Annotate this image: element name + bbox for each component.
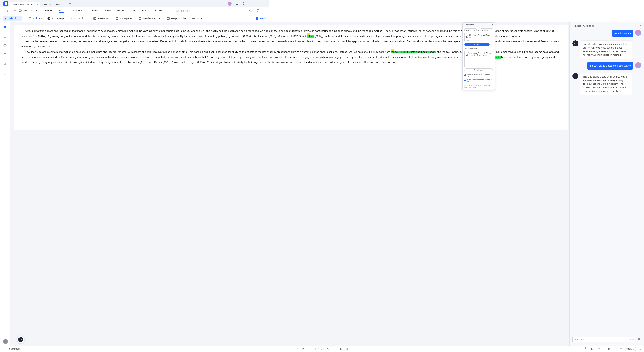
tab[interactable]: Text × [40,2,53,7]
comment-icon[interactable] [3,43,7,48]
menu-edit[interactable]: Edit [59,9,64,13]
svg-text:1: 1 [168,18,169,19]
more-label: More [196,17,202,20]
svg-rect-9 [116,18,118,20]
body-text: Few, if any, datasets contain informatio… [25,51,269,53]
titlebar: User Guild Book.pdf × Text × Text × + ⋮ … [0,0,268,7]
sync-icon[interactable] [256,9,259,13]
bookmark-icon[interactable] [3,34,7,39]
tab-label: Text [56,3,60,6]
add-image-button[interactable]: Add Image [46,16,66,21]
edit-all-label: Edit All [9,17,16,20]
layers-icon[interactable] [3,71,7,75]
background-label: Background [120,17,133,20]
edit-all-button[interactable]: Edit All ⌄ [3,16,22,21]
print-icon[interactable] [18,9,23,13]
thumbnails-icon[interactable] [3,25,7,29]
tab-label: Text [43,3,47,6]
menu-convert[interactable]: Convert [89,9,98,13]
app-logo[interactable] [4,1,8,6]
cloud-icon[interactable] [249,9,252,13]
svg-rect-10 [139,18,141,20]
search-tools[interactable]: ☼ Search Tools [172,10,190,12]
close-icon[interactable]: × [50,3,51,6]
header-footer-label: Header & Footer [143,17,161,20]
undo-icon[interactable]: ↶ [23,9,28,13]
menu-view[interactable]: View [105,9,110,13]
menu-comment[interactable]: Comment [70,9,82,13]
add-text-button[interactable]: T Add Text [28,16,44,21]
background-button[interactable]: Background [114,16,135,21]
menubar: File ↶ ↷ ▾ Home Edit Comment Convert Vie… [0,7,268,15]
user-avatar[interactable] [228,2,232,6]
file-menu[interactable]: File [3,9,10,13]
watermark-button[interactable]: Watermark [91,16,112,21]
tab-label: User Guild Book.pdf [13,3,34,6]
search-icon[interactable] [3,62,7,66]
svg-rect-2 [14,10,16,12]
document-container: A key part of this debate has focused on… [10,23,269,147]
menu-home[interactable]: Home [45,9,52,13]
svg-rect-15 [4,45,6,46]
share-icon[interactable] [236,2,238,5]
collapse-icon[interactable] [263,9,266,13]
more-button[interactable]: More [190,16,204,21]
svg-rect-5 [20,11,21,12]
attachment-icon[interactable] [3,53,7,57]
watermark-label: Watermark [98,17,110,20]
close-icon[interactable]: × [37,3,38,6]
left-rail [0,23,10,147]
add-text-label: Add Text [32,17,42,20]
menu-protect[interactable]: Protect [155,9,164,13]
tab-active[interactable]: User Guild Book.pdf × [10,2,40,7]
add-link-button[interactable]: Add Link [68,16,85,21]
read-label: Read [260,17,266,20]
header-footer-button[interactable]: Header & Footer [136,16,163,21]
add-image-label: Add Image [52,17,64,20]
search-tools-placeholder: Search Tools [176,10,190,12]
redo-icon[interactable]: ↷ [28,9,34,13]
pdf-page[interactable]: A key part of this debate has focused on… [14,25,269,130]
text-icon: T [29,17,31,20]
send-icon[interactable] [242,9,246,13]
minimize-icon[interactable]: — [249,2,252,5]
save-icon[interactable] [12,9,18,13]
menu-icon[interactable]: ⋮ [242,2,245,5]
menu-page[interactable]: Page [117,9,124,13]
svg-rect-13 [4,26,5,28]
svg-point-18 [4,63,6,65]
dropdown-icon[interactable]: ▾ [34,9,39,13]
read-checkbox[interactable]: ✓ [256,17,258,20]
tab[interactable]: Text × [53,2,66,7]
svg-rect-14 [5,26,6,28]
add-link-label: Add Link [74,17,84,20]
body-text: A key part of this debate has focused on… [21,30,269,38]
page-number-button[interactable]: 1 Page Number [165,16,188,21]
menu-tool[interactable]: Tool [130,9,135,13]
edit-toolbar: Edit All ⌄ T Add Text Add Image Add Link… [0,15,268,23]
tab-add-button[interactable]: + [68,2,72,6]
main-area: A key part of this debate has focused on… [0,23,269,147]
menu-form[interactable]: Form [142,9,148,13]
close-window-icon[interactable]: ✕ [262,2,265,5]
lightbulb-icon: ☼ [172,10,174,12]
page-number-label: Page Number [171,17,186,20]
maximize-icon[interactable]: ▢ [256,2,258,5]
svg-point-1 [237,3,238,4]
body-text: Despite the renewed interest in these is… [21,39,269,50]
chevron-down-icon: ⌄ [18,17,20,20]
close-icon[interactable]: × [63,3,64,6]
